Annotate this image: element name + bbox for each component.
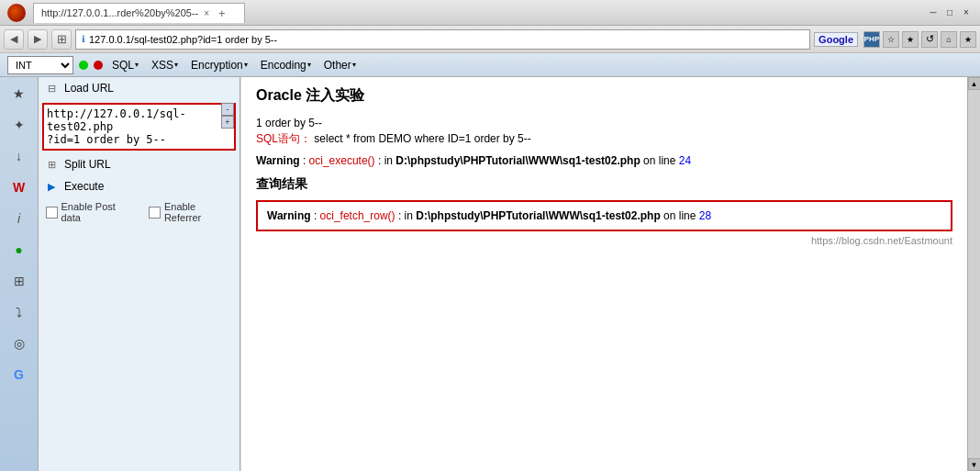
warning2-line-num: 28 — [699, 209, 711, 222]
sidebar-puzzle-icon[interactable]: ✦ — [6, 112, 32, 138]
back-button[interactable]: ◀ — [4, 29, 24, 50]
favorites-icon[interactable]: ☆ — [883, 31, 899, 48]
sidebar-target-icon[interactable]: ◎ — [6, 331, 32, 356]
sidebar-grid-icon[interactable]: ⊞ — [6, 268, 32, 294]
left-sidebar: ★ ✦ ↓ W i ● ⊞ ⤵ ◎ G — [0, 77, 39, 471]
warning1-colon: : — [303, 154, 309, 167]
content-area: Oracle 注入实验 1 order by 5-- SQL语句： select… — [240, 77, 967, 471]
scrollbar-up-btn[interactable]: ▲ — [968, 77, 981, 90]
refresh-icon[interactable]: ↺ — [921, 31, 938, 48]
split-url-label[interactable]: Split URL — [64, 158, 111, 171]
warning2-prefix: Warning — [267, 209, 311, 222]
referrer-checkbox[interactable]: Enable Referrer — [149, 201, 232, 223]
tab-close-icon[interactable]: × — [204, 8, 209, 18]
bookmark-icon[interactable]: ★ — [960, 31, 976, 48]
post-data-checkbox[interactable]: Enable Post data — [46, 201, 134, 223]
sidebar-star-icon[interactable]: ★ — [6, 81, 32, 107]
execute-icon: ▶ — [44, 179, 59, 194]
browser-tab[interactable]: http://127.0.0.1...rder%20by%205-- × + — [33, 3, 245, 23]
split-url-icon: ⊞ — [44, 157, 59, 172]
warning2-box: Warning : oci_fetch_row() : in D:\phpstu… — [256, 200, 952, 231]
warning2-mid: : in — [398, 209, 416, 222]
close-window-button[interactable]: × — [960, 6, 973, 19]
warning1-line: Warning : oci_execute() : in D:\phpstudy… — [256, 154, 952, 167]
section-title: 查询结果 — [256, 176, 952, 193]
sidebar-arrow-icon[interactable]: ⤵ — [6, 299, 32, 325]
encryption-menu[interactable]: Encryption▾ — [187, 57, 251, 73]
warning2-colon: : — [314, 209, 320, 222]
checkboxes-row: Enable Post data Enable Referrer — [39, 197, 239, 227]
address-security-icon: ℹ — [82, 34, 85, 44]
warning1-func: oci_execute() — [309, 154, 375, 167]
nav-icons-group: PHP ☆ ★ ↺ ⌂ ★ — [863, 31, 976, 48]
encoding-menu[interactable]: Encoding▾ — [257, 57, 315, 73]
browser-logo — [7, 4, 26, 22]
warning1-prefix: Warning — [256, 154, 300, 167]
google-search-label: Google — [814, 32, 858, 47]
toolbar: INT STRING SQL▾ XSS▾ Encryption▾ Encodin… — [0, 53, 980, 77]
home-icon[interactable]: ⌂ — [941, 31, 957, 48]
referrer-label: Enable Referrer — [164, 201, 232, 223]
post-data-box[interactable] — [46, 207, 58, 219]
title-bar: http://127.0.0.1...rder%20by%205-- × + ─… — [0, 0, 980, 26]
left-panel: ⊟ Load URL - + ⊞ Split URL ▶ Execute Ena… — [39, 77, 240, 471]
warning2-on: on line — [663, 209, 699, 222]
main-container: ★ ✦ ↓ W i ● ⊞ ⤵ ◎ G ⊟ Load URL - + ⊞ Spl… — [0, 77, 980, 471]
warning1-mid: : in — [378, 154, 395, 167]
url-textarea[interactable] — [42, 103, 236, 151]
address-text: 127.0.0.1/sql-test02.php?id=1 order by 5… — [89, 34, 277, 45]
url-input-container: - + — [39, 99, 239, 153]
load-url-label[interactable]: Load URL — [64, 82, 114, 95]
tab-label: http://127.0.0.1...rder%20by%205-- — [41, 7, 198, 18]
execute-row: ▶ Execute — [39, 175, 239, 197]
int-select[interactable]: INT STRING — [7, 56, 73, 74]
url-plus-btn[interactable]: + — [221, 116, 234, 129]
address-bar[interactable]: ℹ 127.0.0.1/sql-test02.php?id=1 order by… — [75, 29, 810, 50]
referrer-box[interactable] — [149, 207, 160, 219]
warning2-func: oci_fetch_row() — [320, 209, 395, 222]
execute-label[interactable]: Execute — [64, 180, 104, 193]
load-url-icon: ⊟ — [44, 81, 59, 95]
sidebar-download-icon[interactable]: ↓ — [6, 143, 32, 169]
grid-button[interactable]: ⊞ — [51, 29, 72, 50]
sidebar-circle-icon[interactable]: ● — [6, 237, 32, 263]
sidebar-w-icon[interactable]: W — [6, 174, 32, 200]
sql-statement-line: SQL语句： select * from DEMO where ID=1 ord… — [256, 131, 952, 147]
post-data-label: Enable Post data — [61, 201, 135, 223]
url-side-buttons: - + — [221, 103, 234, 129]
forward-button[interactable]: ▶ — [28, 29, 48, 50]
sidebar-info-icon[interactable]: i — [6, 206, 32, 231]
order-by-line: 1 order by 5-- — [256, 117, 952, 129]
maximize-button[interactable]: □ — [943, 6, 956, 19]
warning1-path: D:\phpstudy\PHPTutorial\WWW\sq1-test02.p… — [395, 154, 640, 167]
window-controls: ─ □ × — [927, 6, 973, 19]
red-status-dot — [94, 61, 103, 70]
sql-value: select * from DEMO where ID=1 order by 5… — [314, 132, 530, 145]
right-scrollbar: ▲ ▼ — [967, 77, 980, 471]
scrollbar-down-btn[interactable]: ▼ — [968, 458, 981, 471]
green-status-dot — [79, 61, 88, 70]
content-title: Oracle 注入实验 — [256, 86, 952, 106]
split-url-row: ⊞ Split URL — [39, 153, 239, 175]
warning2-path: D:\phpstudy\PHPTutorial\WWW\sq1-test02.p… — [416, 209, 660, 222]
load-url-row: ⊟ Load URL — [39, 77, 239, 99]
tab-new: + — [218, 6, 226, 20]
footer-link: https://blog.csdn.net/Eastmount — [256, 235, 952, 246]
warning1-line-num: 24 — [679, 154, 691, 167]
sql-menu[interactable]: SQL▾ — [108, 57, 142, 73]
nav-right-section: Google PHP ☆ ★ ↺ ⌂ ★ — [814, 31, 976, 48]
sidebar-g-icon[interactable]: G — [6, 362, 32, 387]
navigation-bar: ◀ ▶ ⊞ ℹ 127.0.0.1/sql-test02.php?id=1 or… — [0, 26, 980, 53]
minimize-button[interactable]: ─ — [927, 6, 940, 19]
other-menu[interactable]: Other▾ — [320, 57, 360, 73]
xss-menu[interactable]: XSS▾ — [148, 57, 182, 73]
sql-prefix: SQL语句： — [256, 132, 311, 145]
url-minus-btn[interactable]: - — [221, 103, 234, 116]
php-icon: PHP — [863, 31, 880, 48]
warning1-on: on line — [643, 154, 679, 167]
star-icon[interactable]: ★ — [902, 31, 919, 48]
